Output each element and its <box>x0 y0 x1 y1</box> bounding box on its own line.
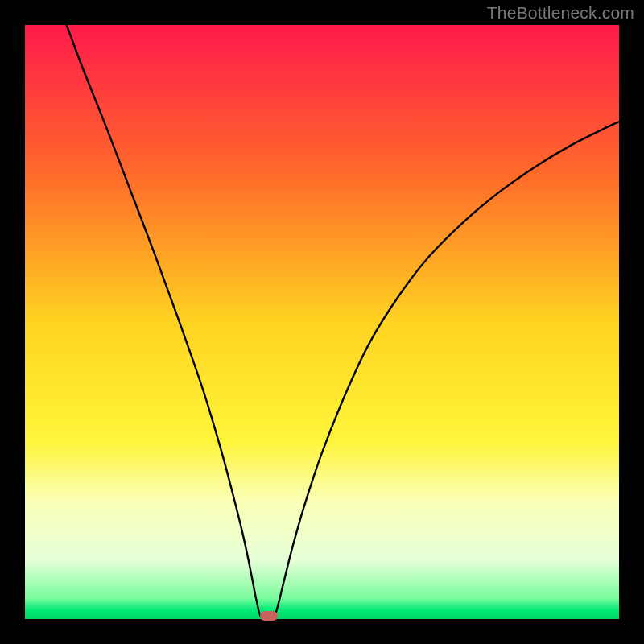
optimal-marker <box>260 611 278 621</box>
chart-frame: TheBottleneck.com <box>0 0 644 644</box>
plot-area <box>25 25 619 619</box>
watermark-text: TheBottleneck.com <box>487 3 634 23</box>
gradient-background <box>25 25 619 619</box>
svg-rect-0 <box>25 25 619 619</box>
